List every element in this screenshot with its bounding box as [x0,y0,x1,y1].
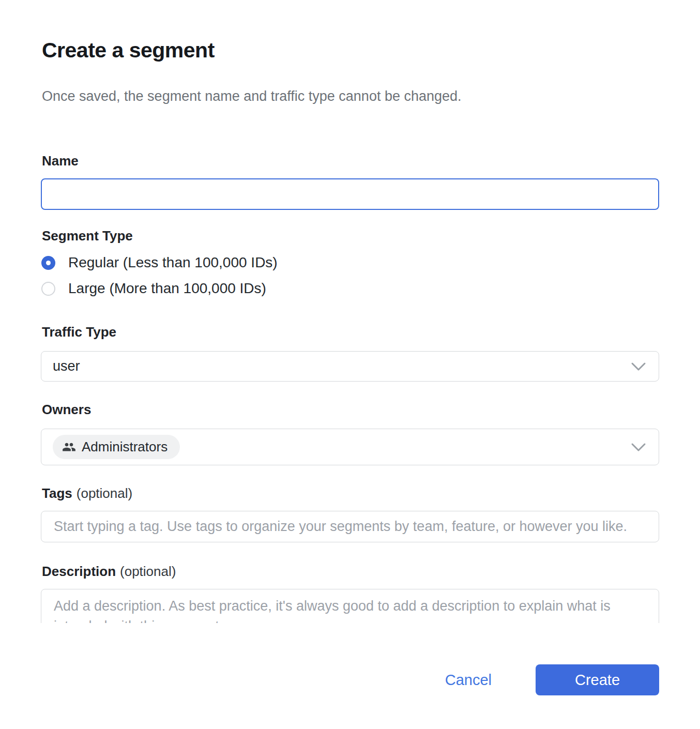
description-group: Description(optional) [41,564,659,623]
dialog-footer: Cancel Create [41,664,659,695]
radio-option-label: Regular (Less than 100,000 IDs) [68,254,278,271]
create-button[interactable]: Create [536,664,659,695]
traffic-type-select[interactable]: user [41,351,659,382]
description-optional-label: (optional) [120,564,176,579]
owners-group: Owners Administrators [41,402,659,465]
name-input[interactable] [41,178,659,210]
owner-chip-administrators[interactable]: Administrators [53,435,180,459]
tags-optional-label: (optional) [77,485,132,501]
cancel-button[interactable]: Cancel [445,672,492,689]
description-textarea[interactable] [41,589,659,623]
radio-button-icon[interactable] [41,256,55,270]
page-title: Create a segment [42,38,659,63]
owners-select[interactable]: Administrators [41,429,659,465]
segment-type-group: Segment Type Regular (Less than 100,000 … [41,228,659,297]
owners-label: Owners [42,402,659,418]
tags-label: Tags(optional) [42,485,659,502]
radio-button-icon[interactable] [41,282,55,296]
traffic-type-group: Traffic Type user [41,324,659,382]
radio-option-label: Large (More than 100,000 IDs) [68,280,266,297]
dialog-subtitle: Once saved, the segment name and traffic… [42,88,659,104]
name-field-group: Name [41,153,659,210]
description-textarea-clip [41,589,659,623]
tags-group: Tags(optional) [41,485,659,542]
chevron-down-icon [631,443,646,452]
name-label: Name [42,153,659,169]
segment-type-label: Segment Type [42,228,659,244]
chevron-down-icon [631,362,646,371]
owner-chip-label: Administrators [82,439,168,455]
tags-input[interactable] [41,511,659,542]
people-icon [62,440,76,454]
segment-type-option-regular[interactable]: Regular (Less than 100,000 IDs) [41,254,659,271]
description-label: Description(optional) [42,564,659,580]
traffic-type-value: user [53,358,631,374]
traffic-type-label: Traffic Type [42,324,659,340]
create-segment-dialog: Create a segment Once saved, the segment… [0,0,700,695]
segment-type-option-large[interactable]: Large (More than 100,000 IDs) [41,280,659,297]
